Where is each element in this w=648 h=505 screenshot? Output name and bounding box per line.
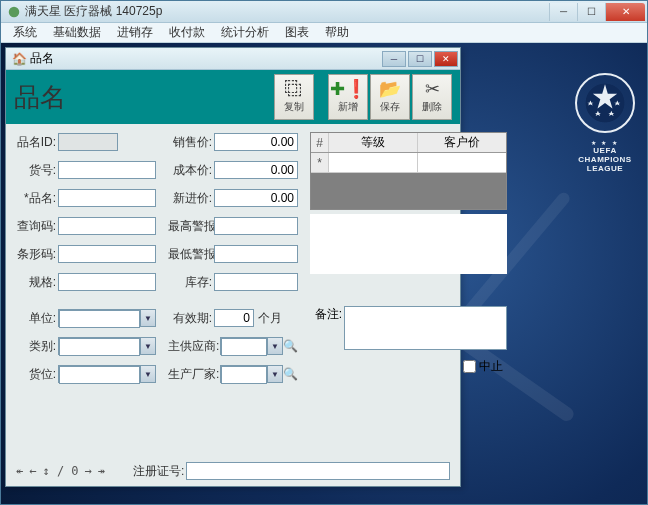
shengchanchangjia-combo[interactable]: ▼ xyxy=(220,365,283,383)
app-icon xyxy=(7,5,21,19)
new-button[interactable]: ✚❗ 新增 xyxy=(328,74,368,120)
guige-field[interactable] xyxy=(58,273,156,291)
modal-maximize-button[interactable]: ☐ xyxy=(408,51,432,67)
price-grid[interactable]: # 等级 客户价 * xyxy=(310,132,507,210)
chevron-down-icon[interactable]: ▼ xyxy=(140,366,155,382)
menu-stats[interactable]: 统计分析 xyxy=(213,22,277,43)
copy-button[interactable]: ⿻ 复制 xyxy=(274,74,314,120)
xiaoshoujia-field[interactable] xyxy=(214,133,298,151)
zhucehao-label: 注册证号: xyxy=(133,463,186,480)
zuigaojingbao-field[interactable] xyxy=(214,217,298,235)
zhugongyingshang-combo[interactable]: ▼ xyxy=(220,337,283,355)
delete-icon: ✂ xyxy=(425,80,440,98)
leibie-label: 类别: xyxy=(16,338,58,355)
search-icon[interactable]: 🔍 xyxy=(283,367,298,381)
zuidijingbao-field[interactable] xyxy=(214,245,298,263)
kucun-field[interactable] xyxy=(214,273,298,291)
plus-icon: ✚❗ xyxy=(330,80,367,98)
youxiaoqi-label: 有效期: xyxy=(168,310,214,327)
menu-help[interactable]: 帮助 xyxy=(317,22,357,43)
window-title: 满天星 医疗器械 140725p xyxy=(25,3,549,20)
chevron-down-icon[interactable]: ▼ xyxy=(267,366,282,382)
product-name-window: 🏠 品名 ─ ☐ ✕ 品名 ⿻ 复制 xyxy=(5,47,461,487)
modal-close-button[interactable]: ✕ xyxy=(434,51,458,67)
menu-chart[interactable]: 图表 xyxy=(277,22,317,43)
toolbar: ⿻ 复制 ✚❗ 新增 📂 保存 xyxy=(274,74,452,120)
menubar: 系统 基础数据 进销存 收付款 统计分析 图表 帮助 xyxy=(1,23,647,43)
close-button[interactable]: ✕ xyxy=(605,3,645,21)
menu-inventory[interactable]: 进销存 xyxy=(109,22,161,43)
tiaoxingma-label: 条形码: xyxy=(16,246,58,263)
form-area: 品名ID: 货号: *品名: 查询码: 条形码: 规格: 单位:▼ 类别:▼ 货… xyxy=(6,124,460,486)
blank-panel xyxy=(310,214,507,274)
nav-last-button[interactable]: ↠ xyxy=(98,464,105,478)
svg-marker-4 xyxy=(595,111,601,116)
home-icon: 🏠 xyxy=(12,52,26,66)
zhucehao-field[interactable] xyxy=(186,462,450,480)
nav-position: ↕ / 0 xyxy=(42,464,78,478)
huohao-field[interactable] xyxy=(58,161,156,179)
pmid-field[interactable] xyxy=(58,133,118,151)
svg-marker-2 xyxy=(587,100,593,105)
maximize-button[interactable]: ☐ xyxy=(577,3,605,21)
window-controls: ─ ☐ ✕ xyxy=(549,3,645,21)
zhongzhi-label: 中止 xyxy=(479,358,503,375)
modal-minimize-button[interactable]: ─ xyxy=(382,51,406,67)
xinjinjia-field[interactable] xyxy=(214,189,298,207)
nav-first-button[interactable]: ↞ xyxy=(16,464,23,478)
menu-payments[interactable]: 收付款 xyxy=(161,22,213,43)
ucl-uefa: UEFA xyxy=(575,146,635,155)
copy-icon: ⿻ xyxy=(285,80,303,98)
nav-prev-button[interactable]: ← xyxy=(29,464,36,478)
youxiaoqi-unit: 个月 xyxy=(258,310,282,327)
tiaoxingma-field[interactable] xyxy=(58,245,156,263)
starball-icon xyxy=(575,73,635,133)
beizhu-label: 备注: xyxy=(310,306,344,323)
chengbenjia-field[interactable] xyxy=(214,161,298,179)
save-icon: 📂 xyxy=(379,80,401,98)
modal-titlebar: 🏠 品名 ─ ☐ ✕ xyxy=(6,48,460,70)
zuigaojingbao-label: 最高警报: xyxy=(168,218,214,235)
huowei-combo[interactable]: ▼ xyxy=(58,365,156,383)
modal-header: 品名 ⿻ 复制 ✚❗ 新增 xyxy=(6,70,460,124)
chevron-down-icon[interactable]: ▼ xyxy=(140,338,155,354)
zhongzhi-checkbox[interactable] xyxy=(463,360,476,373)
chevron-down-icon[interactable]: ▼ xyxy=(140,310,155,326)
svg-marker-1 xyxy=(593,84,617,108)
ucl-league: LEAGUE xyxy=(575,164,635,173)
ucl-stars: ★ ★ ★ xyxy=(575,139,635,146)
menu-system[interactable]: 系统 xyxy=(5,22,45,43)
pinming-label: *品名: xyxy=(16,190,58,207)
danwei-combo[interactable]: ▼ xyxy=(58,309,156,327)
grid-new-row[interactable]: * xyxy=(311,153,506,173)
leibie-combo[interactable]: ▼ xyxy=(58,337,156,355)
record-navigator: ↞ ← ↕ / 0 → ↠ 注册证号: xyxy=(16,462,450,480)
menu-basedata[interactable]: 基础数据 xyxy=(45,22,109,43)
grid-body xyxy=(311,173,506,209)
guige-label: 规格: xyxy=(16,274,58,291)
chengbenjia-label: 成本价: xyxy=(168,162,214,179)
chaxunma-label: 查询码: xyxy=(16,218,58,235)
pmid-label: 品名ID: xyxy=(16,134,58,151)
danwei-label: 单位: xyxy=(16,310,58,327)
xinjinjia-label: 新进价: xyxy=(168,190,214,207)
chaxunma-field[interactable] xyxy=(58,217,156,235)
huowei-label: 货位: xyxy=(16,366,58,383)
main-window: 满天星 医疗器械 140725p ─ ☐ ✕ 系统 基础数据 进销存 收付款 统… xyxy=(0,0,648,505)
page-title: 品名 xyxy=(14,80,66,115)
beizhu-field[interactable] xyxy=(344,306,507,350)
save-button[interactable]: 📂 保存 xyxy=(370,74,410,120)
grid-new-marker: * xyxy=(311,153,329,172)
nav-next-button[interactable]: → xyxy=(85,464,92,478)
pinming-field[interactable] xyxy=(58,189,156,207)
grid-header-row: # 等级 客户价 xyxy=(311,133,506,153)
delete-button[interactable]: ✂ 删除 xyxy=(412,74,452,120)
search-icon[interactable]: 🔍 xyxy=(283,339,298,353)
desktop-background: ★ ★ ★ UEFA CHAMPIONS LEAGUE 🏠 品名 ─ ☐ ✕ 品… xyxy=(1,43,647,504)
svg-marker-5 xyxy=(608,111,614,116)
chevron-down-icon[interactable]: ▼ xyxy=(267,338,282,354)
xiaoshoujia-label: 销售价: xyxy=(168,134,214,151)
youxiaoqi-field[interactable] xyxy=(214,309,254,327)
minimize-button[interactable]: ─ xyxy=(549,3,577,21)
titlebar: 满天星 医疗器械 140725p ─ ☐ ✕ xyxy=(1,1,647,23)
